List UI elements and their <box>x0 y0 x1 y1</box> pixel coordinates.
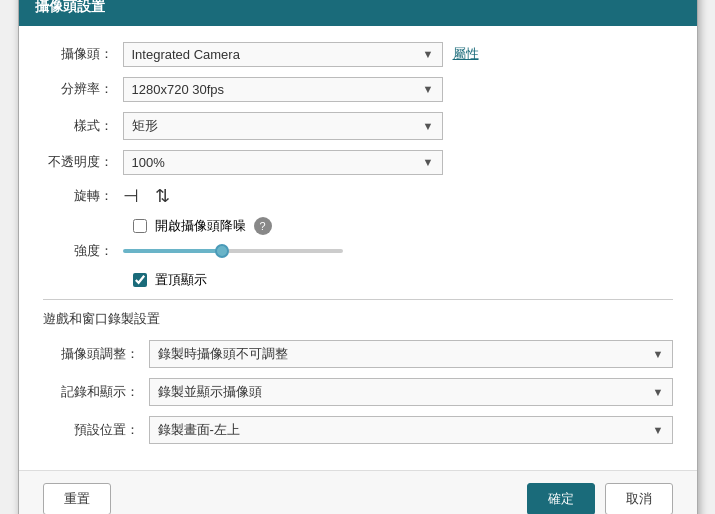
camera-adjust-select[interactable]: 錄製時攝像頭不可調整 ▼ <box>149 340 673 368</box>
camera-row: 攝像頭： Integrated Camera ▼ 屬性 <box>43 42 673 67</box>
opacity-row: 不透明度： 100% ▼ <box>43 150 673 175</box>
rotate-label: 旋轉： <box>43 187 123 205</box>
style-row: 樣式： 矩形 ▼ <box>43 112 673 140</box>
noise-reduction-checkbox[interactable] <box>133 219 147 233</box>
content-area: 攝像頭： Integrated Camera ▼ 屬性 分辨率： 1280x72… <box>19 26 697 470</box>
camera-adjust-control-wrap: 錄製時攝像頭不可調整 ▼ <box>149 340 673 368</box>
pin-label: 置頂顯示 <box>155 271 207 289</box>
record-display-arrow: ▼ <box>653 386 664 398</box>
preset-position-row: 預設位置： 錄製畫面-左上 ▼ <box>43 416 673 444</box>
strength-slider-wrap <box>123 241 673 261</box>
strength-label: 強度： <box>43 242 123 260</box>
noise-reduction-label: 開啟攝像頭降噪 <box>155 217 246 235</box>
style-select[interactable]: 矩形 ▼ <box>123 112 443 140</box>
resolution-select-arrow: ▼ <box>423 83 434 95</box>
rotate-row: 旋轉： ⊣ ⇅ <box>43 185 673 207</box>
footer-right: 確定 取消 <box>527 483 673 515</box>
pin-checkbox[interactable] <box>133 273 147 287</box>
strength-slider-track[interactable] <box>123 249 343 253</box>
record-display-select[interactable]: 錄製並顯示攝像頭 ▼ <box>149 378 673 406</box>
record-display-value: 錄製並顯示攝像頭 <box>158 383 262 401</box>
camera-label: 攝像頭： <box>43 45 123 63</box>
resolution-control-wrap: 1280x720 30fps ▼ <box>123 77 673 102</box>
camera-adjust-row: 攝像頭調整： 錄製時攝像頭不可調整 ▼ <box>43 340 673 368</box>
camera-properties-link[interactable]: 屬性 <box>453 45 479 63</box>
section-divider <box>43 299 673 300</box>
opacity-label: 不透明度： <box>43 153 123 171</box>
opacity-select[interactable]: 100% ▼ <box>123 150 443 175</box>
record-display-label: 記錄和顯示： <box>59 383 149 401</box>
record-display-row: 記錄和顯示： 錄製並顯示攝像頭 ▼ <box>43 378 673 406</box>
style-control-wrap: 矩形 ▼ <box>123 112 673 140</box>
opacity-control-wrap: 100% ▼ <box>123 150 673 175</box>
style-select-arrow: ▼ <box>423 120 434 132</box>
resolution-select-value: 1280x720 30fps <box>132 82 225 97</box>
camera-select-arrow: ▼ <box>423 48 434 60</box>
pin-row: 置頂顯示 <box>43 271 673 289</box>
section-title: 遊戲和窗口錄製設置 <box>43 310 673 328</box>
footer: 重置 確定 取消 <box>19 470 697 515</box>
resolution-row: 分辨率： 1280x720 30fps ▼ <box>43 77 673 102</box>
camera-adjust-arrow: ▼ <box>653 348 664 360</box>
dialog-title: 攝像頭設置 <box>35 0 105 14</box>
noise-help-icon[interactable]: ? <box>254 217 272 235</box>
strength-slider-thumb[interactable] <box>215 244 229 258</box>
opacity-select-arrow: ▼ <box>423 156 434 168</box>
resolution-select[interactable]: 1280x720 30fps ▼ <box>123 77 443 102</box>
title-bar: 攝像頭設置 <box>19 0 697 26</box>
record-display-control-wrap: 錄製並顯示攝像頭 ▼ <box>149 378 673 406</box>
confirm-button[interactable]: 確定 <box>527 483 595 515</box>
preset-position-value: 錄製畫面-左上 <box>158 421 240 439</box>
rotate-flip-horizontal-icon[interactable]: ⊣ <box>123 185 139 207</box>
reset-button[interactable]: 重置 <box>43 483 111 515</box>
preset-position-select[interactable]: 錄製畫面-左上 ▼ <box>149 416 673 444</box>
style-select-value: 矩形 <box>132 117 158 135</box>
camera-settings-dialog: 攝像頭設置 攝像頭： Integrated Camera ▼ 屬性 分辨率： 1… <box>18 0 698 514</box>
resolution-label: 分辨率： <box>43 80 123 98</box>
camera-adjust-value: 錄製時攝像頭不可調整 <box>158 345 288 363</box>
camera-select[interactable]: Integrated Camera ▼ <box>123 42 443 67</box>
rotate-flip-vertical-icon[interactable]: ⇅ <box>155 185 170 207</box>
style-label: 樣式： <box>43 117 123 135</box>
preset-position-arrow: ▼ <box>653 424 664 436</box>
opacity-select-value: 100% <box>132 155 165 170</box>
strength-row: 強度： <box>43 241 673 261</box>
rotate-icons-wrap: ⊣ ⇅ <box>123 185 170 207</box>
noise-reduction-row: 開啟攝像頭降噪 ? <box>43 217 673 235</box>
cancel-button[interactable]: 取消 <box>605 483 673 515</box>
preset-position-control-wrap: 錄製畫面-左上 ▼ <box>149 416 673 444</box>
preset-position-label: 預設位置： <box>59 421 149 439</box>
camera-adjust-label: 攝像頭調整： <box>59 345 149 363</box>
camera-select-value: Integrated Camera <box>132 47 240 62</box>
camera-control-wrap: Integrated Camera ▼ 屬性 <box>123 42 673 67</box>
